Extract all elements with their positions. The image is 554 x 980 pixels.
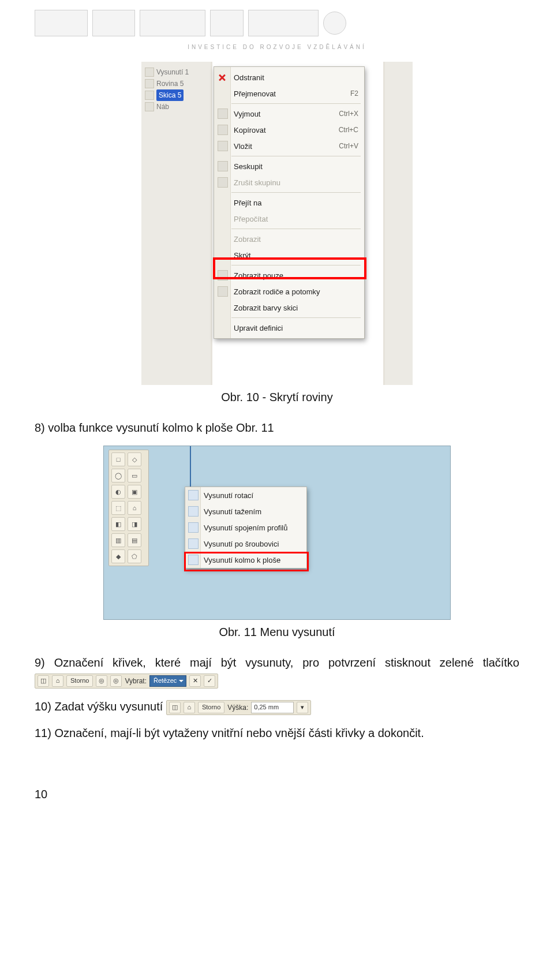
extrude-revolve-icon xyxy=(188,490,199,500)
menu-item-copy[interactable]: Kopírovat Ctrl+C xyxy=(214,122,364,138)
step-11-text: 11) Označení, mají-li být vytaženy vnitř… xyxy=(35,724,519,742)
extrude-flyout-menu: Vysunutí rotací Vysunutí tažením Vysunut… xyxy=(185,487,307,568)
menu-item-shortcut: F2 xyxy=(350,89,358,98)
menu-item-show-only[interactable]: Zobrazit pouze xyxy=(214,267,364,283)
menu-item-cut[interactable]: Vyjmout Ctrl+X xyxy=(214,106,364,122)
menu-item-hide[interactable]: Skrýt xyxy=(214,247,364,263)
icon-button[interactable]: ⌂ xyxy=(184,702,195,713)
menu-item-extrude-revolve[interactable]: Vysunutí rotací xyxy=(185,487,306,503)
feature-toolbar: □ ◇ ◯ ▭ ◐ ▣ ⬚ ⌂ ◧ ◨ ▥ ▤ ◆ ⬠ xyxy=(108,450,149,566)
select-label: Vybrat: xyxy=(125,676,147,686)
menu-separator xyxy=(231,265,361,265)
step-10-text: 10) Zadat výšku vysunutí ◫ ⌂ Storno Výšk… xyxy=(35,698,519,715)
menu-item-goto[interactable]: Přejít na xyxy=(214,194,364,211)
confirm-icon[interactable]: ✓ xyxy=(204,675,215,687)
menu-item-extrude-loft[interactable]: Vysunutí spojením profilů xyxy=(185,519,306,536)
cut-icon xyxy=(218,109,228,119)
menu-item-label: Zobrazit pouze xyxy=(234,271,283,280)
figure-11: □ ◇ ◯ ▭ ◐ ▣ ⬚ ⌂ ◧ ◨ ▥ ▤ ◆ ⬠ Vysunutí rot… xyxy=(103,446,451,620)
tree-item[interactable]: Vysunutí 1 xyxy=(145,66,207,78)
menu-item-extrude-sweep[interactable]: Vysunutí tažením xyxy=(185,503,306,519)
icon-button[interactable]: ◎ xyxy=(110,675,122,687)
logo-opvk xyxy=(210,10,244,36)
menu-item-label: Přejít na xyxy=(234,199,261,207)
menu-item-edit-definition[interactable]: Upravit definici xyxy=(214,320,364,336)
page-number: 10 xyxy=(35,788,519,801)
toolbar-button[interactable]: ◧ xyxy=(111,517,125,531)
sketch-icon xyxy=(145,91,154,100)
menu-item-label: Zrušit skupinu xyxy=(234,178,280,187)
icon-button[interactable]: ◎ xyxy=(96,675,107,687)
step-9-prefix: 9) Označení křivek, které mají být vysun… xyxy=(35,656,519,669)
height-option-bar: ◫ ⌂ Storno Výška: 0,25 mm ▾ xyxy=(166,700,311,715)
menu-item-extrude-normal[interactable]: Vysunutí kolmo k ploše xyxy=(185,552,306,568)
extrude-loft-icon xyxy=(188,522,199,533)
toolbar-button[interactable]: ▤ xyxy=(128,533,141,547)
tree-item[interactable]: Rovina 5 xyxy=(145,78,207,89)
toolbar-button[interactable]: ◇ xyxy=(128,452,141,466)
menu-item-group[interactable]: Seskupit xyxy=(214,158,364,174)
tree-item-label: Rovina 5 xyxy=(156,78,184,89)
cancel-button[interactable]: Storno xyxy=(66,675,93,687)
feature-icon xyxy=(145,68,154,77)
toolbar-button[interactable]: ◆ xyxy=(111,549,125,563)
plane-icon xyxy=(145,79,154,88)
menu-item-label: Zobrazit rodiče a potomky xyxy=(234,287,320,296)
menu-item-shortcut: Ctrl+X xyxy=(339,110,358,118)
menu-item-label: Zobrazit barvy skici xyxy=(234,304,298,312)
figure-10: Vysunutí 1 Rovina 5 Skica 5 Náb xyxy=(141,62,413,385)
toolbar-button[interactable]: ▥ xyxy=(111,533,125,547)
menu-item-label: Upravit definici xyxy=(234,324,283,332)
menu-separator xyxy=(231,156,361,156)
icon-button[interactable]: ⌂ xyxy=(52,675,63,687)
icon-button[interactable]: ◫ xyxy=(38,675,49,687)
menu-item-delete[interactable]: Odstranit xyxy=(214,69,364,85)
tree-item-selected[interactable]: Skica 5 xyxy=(145,89,207,101)
menu-item-label: Zobrazit xyxy=(234,235,261,244)
header-logos xyxy=(35,6,519,40)
toolbar-button[interactable]: □ xyxy=(111,452,125,466)
toolbar-button[interactable]: ◯ xyxy=(111,469,125,482)
menu-item-label: Přejmenovat xyxy=(234,89,276,98)
menu-item-extrude-helix[interactable]: Vysunutí po šroubovici xyxy=(185,536,306,552)
height-label: Výška: xyxy=(227,702,248,713)
menu-item-label: Skrýt xyxy=(234,251,251,260)
group-icon xyxy=(218,161,228,171)
step-9-text: 9) Označení křivek, které mají být vysun… xyxy=(35,654,519,689)
context-menu: Odstranit Přejmenovat F2 Vyjmout Ctrl+X … xyxy=(214,66,365,339)
menu-item-recalc: Přepočítat xyxy=(214,211,364,227)
step-8-text: 8) volba funkce vysunutí kolmo k ploše O… xyxy=(35,419,519,436)
menu-item-show-parents[interactable]: Zobrazit rodiče a potomky xyxy=(214,283,364,300)
tree-item[interactable]: Náb xyxy=(145,101,207,113)
icon-button[interactable]: ▾ xyxy=(297,702,308,713)
extrude-sweep-icon xyxy=(188,506,199,517)
logo-msmt xyxy=(140,10,205,36)
menu-item-paste[interactable]: Vložit Ctrl+V xyxy=(214,138,364,154)
height-field[interactable]: 0,25 mm xyxy=(251,702,294,713)
select-type-dropdown[interactable]: Řetězec xyxy=(149,675,186,687)
toolbar-button[interactable]: ▣ xyxy=(128,485,141,499)
menu-item-rename[interactable]: Přejmenovat F2 xyxy=(214,85,364,102)
menu-item-show-sketch-colors[interactable]: Zobrazit barvy skici xyxy=(214,300,364,316)
toolbar-button[interactable]: ▭ xyxy=(128,469,141,482)
toolbar-button[interactable]: ◐ xyxy=(111,485,125,499)
header-tagline: INVESTICE DO ROZVOJE VZDĚLÁVÁNÍ xyxy=(35,44,519,50)
menu-item-label: Kopírovat xyxy=(234,126,266,134)
menu-separator xyxy=(231,103,361,104)
toolbar-button[interactable]: ⬠ xyxy=(128,549,141,563)
step-10-prefix: 10) Zadat výšku vysunutí xyxy=(35,700,166,713)
menu-item-label: Vysunutí tažením xyxy=(204,507,261,516)
cancel-icon[interactable]: ✕ xyxy=(189,675,201,687)
paste-icon xyxy=(218,141,228,151)
tree-item-label: Náb xyxy=(156,101,169,113)
icon-button[interactable]: ◫ xyxy=(169,702,181,713)
menu-separator xyxy=(231,229,361,229)
toolbar-button[interactable]: ⬚ xyxy=(111,501,125,515)
select-option-bar: ◫ ⌂ Storno ◎ ◎ Vybrat: Řetězec ✕ ✓ xyxy=(35,674,218,689)
toolbar-button[interactable]: ⌂ xyxy=(128,501,141,515)
copy-icon xyxy=(218,125,228,135)
cancel-button[interactable]: Storno xyxy=(198,702,224,713)
toolbar-button[interactable]: ◨ xyxy=(128,517,141,531)
menu-item-shortcut: Ctrl+C xyxy=(339,126,358,134)
menu-item-ungroup: Zrušit skupinu xyxy=(214,174,364,190)
